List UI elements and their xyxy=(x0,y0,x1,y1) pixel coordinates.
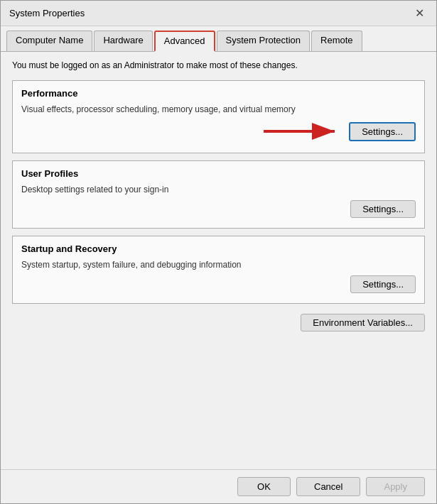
environment-variables-button[interactable]: Environment Variables... xyxy=(301,314,425,332)
tab-content: You must be logged on as an Administrato… xyxy=(1,52,436,469)
cancel-button[interactable]: Cancel xyxy=(296,477,360,496)
window-title: System Properties xyxy=(9,8,85,18)
tab-remote[interactable]: Remote xyxy=(311,31,362,51)
title-bar: System Properties ✕ xyxy=(1,1,436,26)
apply-button[interactable]: Apply xyxy=(366,477,425,496)
user-profiles-desc: Desktop settings related to your sign-in xyxy=(21,185,416,195)
ok-button[interactable]: OK xyxy=(237,477,291,496)
performance-title: Performance xyxy=(21,88,416,99)
startup-recovery-btn-row: Settings... xyxy=(21,275,416,293)
footer: OK Cancel Apply xyxy=(1,469,436,503)
tab-advanced[interactable]: Advanced xyxy=(154,31,215,52)
tab-hardware[interactable]: Hardware xyxy=(94,31,152,51)
close-button[interactable]: ✕ xyxy=(411,5,428,22)
env-variables-row: Environment Variables... xyxy=(12,314,425,332)
performance-settings-button[interactable]: Settings... xyxy=(349,122,416,141)
startup-recovery-settings-button[interactable]: Settings... xyxy=(350,275,416,293)
user-profiles-settings-button[interactable]: Settings... xyxy=(350,200,416,218)
user-profiles-title: User Profiles xyxy=(21,168,416,179)
startup-recovery-section: Startup and Recovery System startup, sys… xyxy=(12,236,425,304)
startup-recovery-desc: System startup, system failure, and debu… xyxy=(21,260,416,270)
user-profiles-btn-row: Settings... xyxy=(21,200,416,218)
red-arrow-icon xyxy=(264,120,349,143)
tab-system-protection[interactable]: System Protection xyxy=(217,31,311,51)
system-properties-window: System Properties ✕ Computer Name Hardwa… xyxy=(0,0,437,504)
tab-bar: Computer Name Hardware Advanced System P… xyxy=(1,26,436,52)
performance-desc: Visual effects, processor scheduling, me… xyxy=(21,104,416,114)
user-profiles-section: User Profiles Desktop settings related t… xyxy=(12,160,425,229)
performance-btn-row: Settings... xyxy=(21,120,416,143)
info-text: You must be logged on as an Administrato… xyxy=(12,60,425,70)
performance-section: Performance Visual effects, processor sc… xyxy=(12,80,425,153)
startup-recovery-title: Startup and Recovery xyxy=(21,243,416,254)
tab-computer-name[interactable]: Computer Name xyxy=(6,31,92,51)
